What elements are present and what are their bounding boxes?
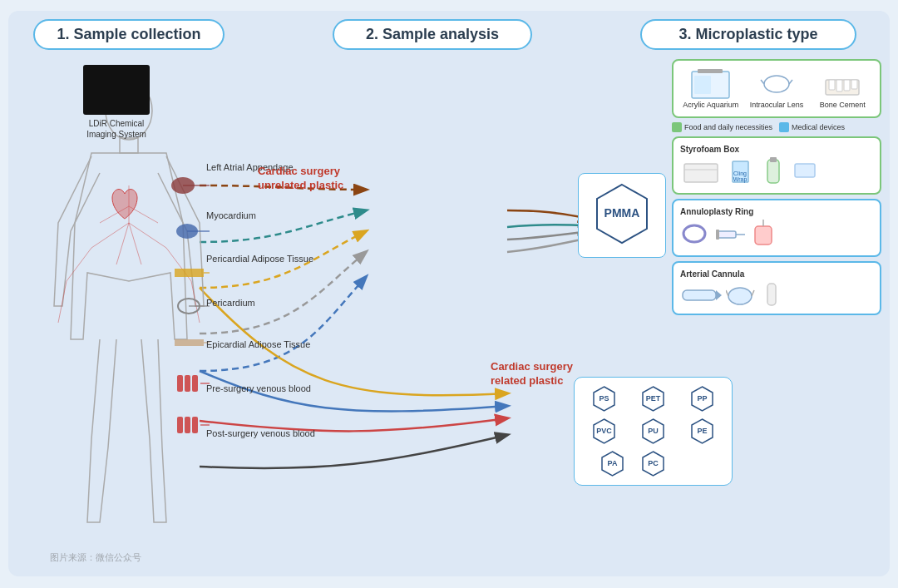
svg-rect-6: [185, 375, 190, 392]
sample-label-3: Pericardial Adipose Tissue: [206, 254, 313, 264]
syringe-icon: [713, 220, 747, 249]
main-container: 1. Sample collection 2. Sample analysis …: [8, 11, 890, 576]
svg-line-63: [726, 290, 728, 296]
section-header-3: 3. Microplastic type: [640, 19, 856, 50]
svg-rect-55: [718, 231, 736, 238]
right-panel: Acrylic Aquarium Intraocular Lens: [672, 59, 881, 315]
svg-line-64: [752, 290, 754, 296]
svg-rect-8: [177, 417, 183, 433]
svg-rect-57: [716, 230, 719, 240]
svg-text:PET: PET: [646, 394, 661, 403]
svg-rect-46: [684, 164, 718, 182]
bottle-icon: [759, 157, 788, 186]
svg-rect-5: [177, 375, 183, 392]
annuloplasty-box: Annuloplasty Ring: [672, 199, 881, 257]
plastic-pet: PET: [630, 384, 676, 413]
styrofoam-box: Styrofoam Box Cling Wrap: [672, 136, 881, 195]
cannula-icon: [680, 282, 722, 307]
section-header-1: 1. Sample collection: [33, 19, 224, 50]
svg-line-40: [789, 80, 792, 84]
svg-text:Wrap: Wrap: [733, 176, 748, 183]
svg-text:PU: PU: [648, 427, 659, 435]
pmma-container: PMMA: [578, 173, 666, 258]
plastic-pa: PA: [598, 449, 627, 478]
plastic-pc: PC: [630, 449, 676, 478]
svg-text:PVC: PVC: [596, 427, 612, 435]
svg-rect-53: [795, 164, 815, 177]
item-acrylic-aquarium: Acrylic Aquarium: [680, 67, 741, 110]
annuloplasty-title: Annuloplasty Ring: [680, 207, 873, 216]
watermark: 图片来源：微信公众号: [50, 551, 141, 564]
blood-bag-icon: [751, 220, 776, 249]
svg-rect-51: [767, 160, 779, 183]
tube-icon: [759, 282, 784, 307]
plastic-pe: PE: [679, 417, 725, 446]
legend-green-label: Food and daily necessities: [684, 123, 772, 131]
ldir-system: LDiR Chemical Imaging System: [75, 65, 158, 140]
sample-label-6: Pre-surgery venous blood: [206, 383, 311, 393]
svg-point-38: [764, 76, 789, 92]
arterial-title: Arterial Cannula: [680, 269, 873, 279]
sample-label-4: Pericardium: [206, 298, 255, 308]
svg-line-39: [761, 80, 764, 84]
surgery-related-label: Cardiac surgeryrelated plastic: [491, 360, 573, 388]
legend-blue-label: Medical devices: [792, 123, 845, 131]
svg-text:PS: PS: [599, 394, 609, 403]
svg-marker-61: [716, 290, 722, 300]
plastic-pu: PU: [630, 417, 676, 446]
item-bone-cement: Bone Cement: [812, 67, 873, 110]
cling-wrap-icon: Cling Wrap: [726, 157, 755, 186]
svg-rect-65: [767, 284, 776, 305]
plastic-pp: PP: [679, 384, 725, 413]
svg-rect-45: [851, 80, 857, 89]
surgery-unrelated-label: Cardiac surgeryunrelated plastic: [258, 165, 343, 193]
plastic-ps: PS: [581, 384, 627, 413]
svg-rect-7: [192, 375, 198, 392]
svg-rect-52: [770, 157, 777, 162]
svg-rect-10: [192, 417, 198, 433]
card-icon: [792, 157, 817, 186]
arterial-cannula-box: Arterial Cannula: [672, 261, 881, 315]
svg-rect-43: [836, 80, 842, 91]
sample-label-7: Post-surgery venous blood: [206, 428, 315, 438]
svg-rect-58: [755, 226, 772, 245]
ldir-screen: [83, 65, 150, 115]
section-header-2: 2. Sample analysis: [333, 19, 532, 50]
svg-rect-36: [694, 76, 711, 94]
svg-rect-60: [683, 290, 716, 300]
svg-text:PP: PP: [697, 394, 707, 403]
plastic-pvc: PVC: [581, 417, 627, 446]
svg-rect-9: [185, 417, 190, 433]
svg-text:PA: PA: [608, 459, 618, 467]
legend-row: Food and daily necessities Medical devic…: [672, 122, 881, 132]
legend-blue: [779, 122, 789, 132]
ring-icon: [680, 220, 709, 249]
sample-label-5: Epicardial Adipose Tissue: [206, 339, 310, 349]
unrelated-plastics-box: Acrylic Aquarium Intraocular Lens: [672, 59, 881, 118]
pmma-text: PMMA: [604, 206, 640, 220]
svg-text:PE: PE: [697, 427, 707, 435]
styrofoam-icon: [680, 157, 722, 186]
svg-text:PC: PC: [648, 459, 659, 467]
svg-rect-42: [829, 80, 835, 90]
sample-label-2: Myocardium: [206, 210, 256, 220]
svg-rect-44: [844, 80, 850, 91]
plastics-container: PS PET PP PVC PU PE PA PC: [574, 377, 733, 486]
mask-icon: [726, 282, 755, 307]
styrofoam-title: Styrofoam Box: [680, 145, 873, 154]
ldir-label: LDiR Chemical Imaging System: [75, 118, 158, 140]
legend-green: [672, 122, 682, 132]
item-intraocular-lens: Intraocular Lens: [746, 67, 807, 110]
svg-point-62: [728, 288, 752, 304]
svg-rect-37: [698, 69, 723, 73]
svg-point-54: [683, 225, 705, 242]
